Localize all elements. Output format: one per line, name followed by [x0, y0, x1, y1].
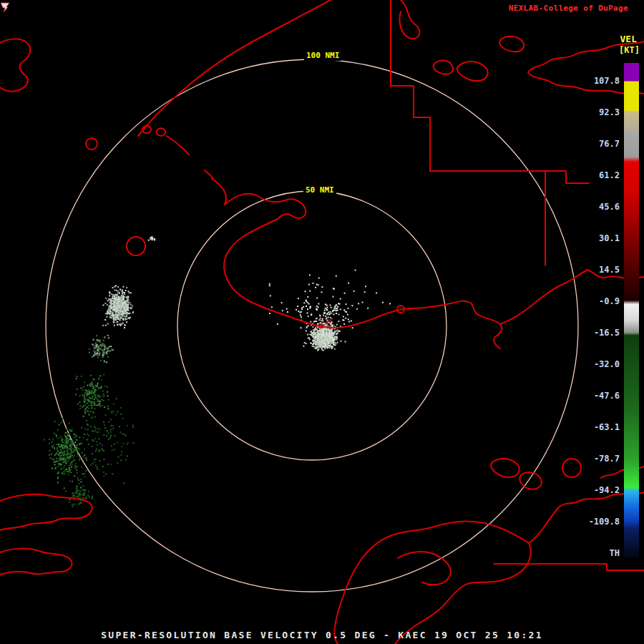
range-ring-50nmi	[177, 191, 447, 460]
nexlab-logo-icon	[0, 2, 10, 13]
colorbar-tick-label: TH	[610, 548, 620, 558]
island-ring-west-small	[86, 138, 97, 150]
colorbar-tick-label: -109.8	[589, 517, 620, 527]
coastline-south-inner	[398, 552, 451, 585]
radar-map	[0, 0, 644, 644]
coastline-topright-a	[400, 0, 420, 39]
island-ring-east	[562, 459, 581, 477]
coastline-northwest-segment	[167, 136, 189, 155]
coastline-northwest-arc	[138, 0, 331, 136]
colorbar-tick-label: -32.0	[594, 359, 620, 369]
island-topright-b	[499, 36, 524, 52]
boundary-steps-north	[391, 0, 545, 265]
island-southeast-b	[519, 472, 541, 489]
island-topright-c	[434, 61, 453, 74]
colorbar-tick-label: -16.5	[594, 328, 620, 338]
coastline-west-upper	[0, 39, 30, 91]
coastline-central	[205, 170, 502, 348]
velocity-echoes	[44, 236, 391, 507]
coastline-south-blob-east	[395, 543, 531, 644]
colorbar-tick-label: 61.2	[599, 170, 620, 180]
coastline-east	[500, 270, 644, 324]
boundary-steps-northeast	[545, 171, 589, 183]
colorbar-tick-label: -63.1	[594, 422, 620, 432]
unit-label: [KT]	[619, 45, 640, 55]
ring-label-50nmi: 50 NMI	[303, 185, 336, 195]
island-southeast-a	[491, 459, 519, 477]
colorbar-tick-label: 92.3	[599, 107, 620, 117]
coastline-southwest-b	[0, 549, 72, 575]
colorbar-tick-label: 107.8	[594, 76, 620, 86]
velocity-colorbar	[624, 63, 639, 557]
island-topright-a	[457, 62, 488, 81]
radar-display: 100 NMI 50 NMI NEXLAB-College of DuPage …	[0, 0, 644, 644]
colorbar-tick-label: 30.1	[599, 233, 620, 243]
nexlab-brand-text: NEXLAB-College of DuPage	[509, 4, 628, 13]
colorbar-tick-label: -47.6	[594, 391, 620, 401]
colorbar-tick-label: -94.2	[594, 485, 620, 495]
island-cluster-northwest-b	[157, 128, 166, 135]
colorbar-tick-label: -0.9	[599, 296, 620, 306]
product-title: SUPER-RESOLUTION BASE VELOCITY 0.5 DEG -…	[0, 630, 644, 640]
colorbar-tick-label: 45.6	[599, 202, 620, 212]
boundary-steps-south	[494, 564, 644, 570]
colorbar-tick-label: -78.7	[594, 454, 620, 464]
product-label: VEL	[620, 34, 637, 44]
colorbar-tick-label: 14.5	[599, 265, 620, 275]
ring-label-100nmi: 100 NMI	[304, 50, 341, 61]
coastline-south-blob-west	[334, 522, 529, 644]
coastline-southwest-a	[0, 494, 92, 530]
colorbar-tick-label: 76.7	[599, 139, 620, 149]
island-ring-west	[127, 237, 145, 255]
